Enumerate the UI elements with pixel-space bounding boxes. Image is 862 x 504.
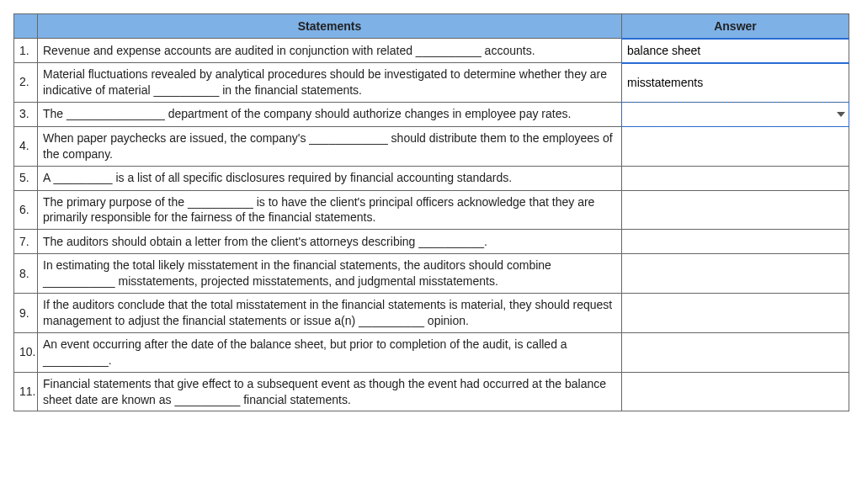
answer-input[interactable] [622,341,849,364]
answer-input[interactable] [622,262,849,285]
row-number: 8. [14,254,38,294]
row-number: 1. [14,39,38,63]
row-number: 2. [14,63,38,103]
answer-edge-indicator [621,38,849,40]
header-corner [14,14,38,39]
answer-input[interactable] [622,167,849,190]
statement-cell: A _________ is a list of all specific di… [38,166,622,190]
answer-input[interactable] [622,135,849,158]
answer-cell[interactable] [622,126,849,166]
row-number: 9. [14,294,38,333]
answer-input[interactable] [622,230,849,253]
table-row: 4.When paper paychecks are issued, the c… [14,126,849,166]
header-answer: Answer [622,14,849,39]
answer-cell[interactable] [622,39,849,63]
answer-input[interactable] [622,103,849,126]
statement-cell: The _______________ department of the co… [38,102,622,126]
statement-cell: The primary purpose of the __________ is… [38,190,622,230]
answer-cell[interactable] [622,332,849,372]
statement-cell: When paper paychecks are issued, the com… [38,126,622,166]
answer-cell[interactable] [622,254,849,294]
table-row: 10.An event occurring after the date of … [14,332,849,372]
answer-cell[interactable] [622,294,849,333]
header-statements: Statements [38,14,622,39]
answer-input[interactable] [622,380,849,404]
table-row: 2.Material fluctuations revealed by anal… [14,63,849,103]
answer-input[interactable] [622,198,849,221]
table-row: 5.A _________ is a list of all specific … [14,166,849,190]
table-row: 7.The auditors should obtain a letter fr… [14,230,849,254]
row-number: 5. [14,166,38,190]
statement-cell: Revenue and expense accounts are audited… [38,39,622,63]
statement-cell: The auditors should obtain a letter from… [38,230,622,254]
answer-input[interactable] [622,71,849,94]
answer-input[interactable] [622,39,849,62]
statement-cell: If the auditors conclude that the total … [38,294,622,333]
answer-edge-indicator [621,62,849,64]
table-row: 11.Financial statements that give effect… [14,372,849,411]
answer-cell[interactable] [622,230,849,254]
answer-cell[interactable] [622,63,849,103]
table-row: 8.In estimating the total likely misstat… [14,254,849,294]
statement-cell: Material fluctuations revealed by analyt… [38,63,622,103]
statement-cell: Financial statements that give effect to… [38,372,622,411]
row-number: 3. [14,102,38,126]
row-number: 7. [14,230,38,254]
row-number: 6. [14,190,38,230]
table-row: 1.Revenue and expense accounts are audit… [14,39,849,63]
statement-cell: An event occurring after the date of the… [38,332,622,372]
chevron-down-icon[interactable] [837,112,845,117]
table-row: 3.The _______________ department of the … [14,102,849,126]
header-row: Statements Answer [14,14,849,39]
statement-cell: In estimating the total likely misstatem… [38,254,622,294]
row-number: 11. [14,372,38,411]
statements-table: Statements Answer 1.Revenue and expense … [13,13,849,411]
answer-input[interactable] [622,301,849,325]
answer-cell[interactable] [622,190,849,230]
row-number: 4. [14,126,38,166]
answer-cell[interactable] [622,372,849,411]
row-number: 10. [14,332,38,372]
answer-cell[interactable] [622,102,849,126]
answer-cell[interactable] [622,166,849,190]
table-row: 6.The primary purpose of the __________ … [14,190,849,230]
table-row: 9.If the auditors conclude that the tota… [14,294,849,333]
